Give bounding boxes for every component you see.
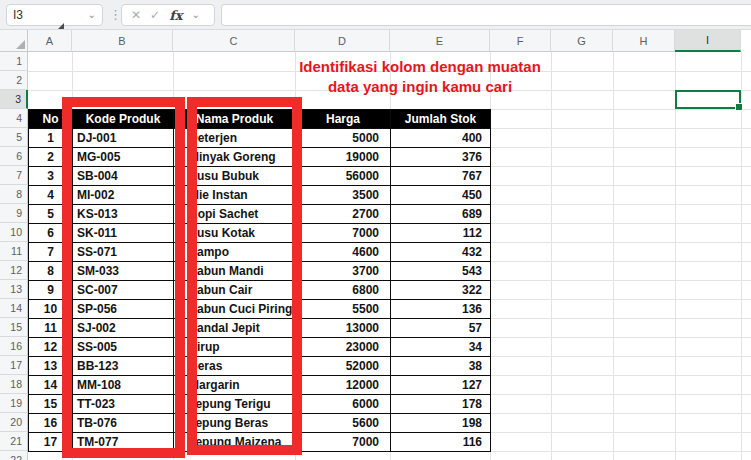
cell-kode[interactable]: SM-033 (73, 262, 174, 281)
cell-harga[interactable]: 19000 (296, 148, 391, 167)
cell-harga[interactable]: 12000 (296, 376, 391, 395)
cell-stok[interactable]: 38 (391, 357, 491, 376)
chevron-down-icon[interactable]: ⌄ (88, 10, 96, 20)
row-header-20[interactable]: 20 (0, 413, 28, 432)
name-box-sash[interactable] (58, 23, 64, 29)
cell-no[interactable]: 13 (29, 357, 73, 376)
cell-no[interactable]: 16 (29, 414, 73, 433)
cell-no[interactable]: 12 (29, 338, 73, 357)
row-header-22[interactable]: 22 (0, 451, 28, 460)
column-header-D[interactable]: D (295, 30, 390, 52)
row-header-17[interactable]: 17 (0, 356, 28, 375)
cell-harga[interactable]: 5600 (296, 414, 391, 433)
cell-nama[interactable]: Sabun Cuci Piring (174, 300, 296, 319)
cell-stok[interactable]: 136 (391, 300, 491, 319)
row-header-8[interactable]: 8 (0, 185, 28, 204)
chevron-down-icon[interactable]: ⌄ (191, 10, 199, 20)
cell-nama[interactable]: Beras (174, 357, 296, 376)
fill-handle[interactable] (735, 103, 743, 111)
cell-nama[interactable]: Susu Kotak (174, 224, 296, 243)
cell-harga[interactable]: 7000 (296, 224, 391, 243)
cell-no[interactable]: 11 (29, 319, 73, 338)
row-header-6[interactable]: 6 (0, 147, 28, 166)
cell-no[interactable]: 9 (29, 281, 73, 300)
cell-harga[interactable]: 13000 (296, 319, 391, 338)
cell-nama[interactable]: Kopi Sachet (174, 205, 296, 224)
table-header-kode[interactable]: Kode Produk (73, 110, 174, 129)
cell-no[interactable]: 3 (29, 167, 73, 186)
row-header-11[interactable]: 11 (0, 242, 28, 261)
cell-stok[interactable]: 432 (391, 243, 491, 262)
cell-nama[interactable]: Tepung Beras (174, 414, 296, 433)
table-header-no[interactable]: No (29, 110, 73, 129)
cell-no[interactable]: 17 (29, 433, 73, 452)
cell-harga[interactable]: 23000 (296, 338, 391, 357)
cell-harga[interactable]: 56000 (296, 167, 391, 186)
cell-harga[interactable]: 4600 (296, 243, 391, 262)
column-header-C[interactable]: C (173, 30, 295, 52)
cell-stok[interactable]: 543 (391, 262, 491, 281)
cell-no[interactable]: 1 (29, 129, 73, 148)
row-header-16[interactable]: 16 (0, 337, 28, 356)
cell-no[interactable]: 8 (29, 262, 73, 281)
cell-no[interactable]: 5 (29, 205, 73, 224)
cell-harga[interactable]: 7000 (296, 433, 391, 452)
cell-no[interactable]: 15 (29, 395, 73, 414)
cell-nama[interactable]: Sandal Jepit (174, 319, 296, 338)
cell-kode[interactable]: MM-108 (73, 376, 174, 395)
row-header-3[interactable]: 3 (0, 90, 28, 109)
cell-kode[interactable]: SC-007 (73, 281, 174, 300)
cell-kode[interactable]: SS-005 (73, 338, 174, 357)
cell-harga[interactable]: 5000 (296, 129, 391, 148)
cell-stok[interactable]: 400 (391, 129, 491, 148)
name-box[interactable]: I3 ⌄ (6, 4, 103, 26)
column-header-B[interactable]: B (72, 30, 173, 52)
cell-stok[interactable]: 178 (391, 395, 491, 414)
cell-harga[interactable]: 5500 (296, 300, 391, 319)
cell-nama[interactable]: Sabun Mandi (174, 262, 296, 281)
cell-no[interactable]: 2 (29, 148, 73, 167)
row-header-10[interactable]: 10 (0, 223, 28, 242)
row-header-1[interactable]: 1 (0, 52, 28, 71)
cell-kode[interactable]: TB-076 (73, 414, 174, 433)
row-header-9[interactable]: 9 (0, 204, 28, 223)
table-header-harga[interactable]: Harga (296, 110, 391, 129)
row-header-12[interactable]: 12 (0, 261, 28, 280)
cell-kode[interactable]: TT-023 (73, 395, 174, 414)
cell-stok[interactable]: 322 (391, 281, 491, 300)
cell-harga[interactable]: 6800 (296, 281, 391, 300)
row-header-18[interactable]: 18 (0, 375, 28, 394)
column-header-F[interactable]: F (490, 30, 551, 52)
cell-stok[interactable]: 198 (391, 414, 491, 433)
cell-kode[interactable]: KS-013 (73, 205, 174, 224)
cell-nama[interactable]: Deterjen (174, 129, 296, 148)
cell-kode[interactable]: TM-077 (73, 433, 174, 452)
insert-function-icon[interactable]: fx (169, 8, 182, 23)
cell-harga[interactable]: 2700 (296, 205, 391, 224)
row-header-21[interactable]: 21 (0, 432, 28, 451)
column-header-G[interactable]: G (551, 30, 613, 52)
cell-kode[interactable]: BB-123 (73, 357, 174, 376)
cell-stok[interactable]: 116 (391, 433, 491, 452)
cell-no[interactable]: 4 (29, 186, 73, 205)
cell-kode[interactable]: SB-004 (73, 167, 174, 186)
cell-stok[interactable]: 57 (391, 319, 491, 338)
cell-harga[interactable]: 6000 (296, 395, 391, 414)
cell-kode[interactable]: SK-011 (73, 224, 174, 243)
cell-stok[interactable]: 450 (391, 186, 491, 205)
cell-stok[interactable]: 376 (391, 148, 491, 167)
cell-kode[interactable]: SJ-002 (73, 319, 174, 338)
cell-nama[interactable]: Sirup (174, 338, 296, 357)
cell-nama[interactable]: Tepung Maizena (174, 433, 296, 452)
column-header-A[interactable]: A (28, 30, 72, 52)
cell-harga[interactable]: 3700 (296, 262, 391, 281)
enter-icon[interactable]: ✓ (150, 8, 160, 22)
cell-stok[interactable]: 689 (391, 205, 491, 224)
cell-no[interactable]: 6 (29, 224, 73, 243)
select-all-corner[interactable] (0, 30, 28, 52)
cell-kode[interactable]: MG-005 (73, 148, 174, 167)
cell-harga[interactable]: 3500 (296, 186, 391, 205)
cell-stok[interactable]: 34 (391, 338, 491, 357)
cell-nama[interactable]: Susu Bubuk (174, 167, 296, 186)
cell-no[interactable]: 14 (29, 376, 73, 395)
